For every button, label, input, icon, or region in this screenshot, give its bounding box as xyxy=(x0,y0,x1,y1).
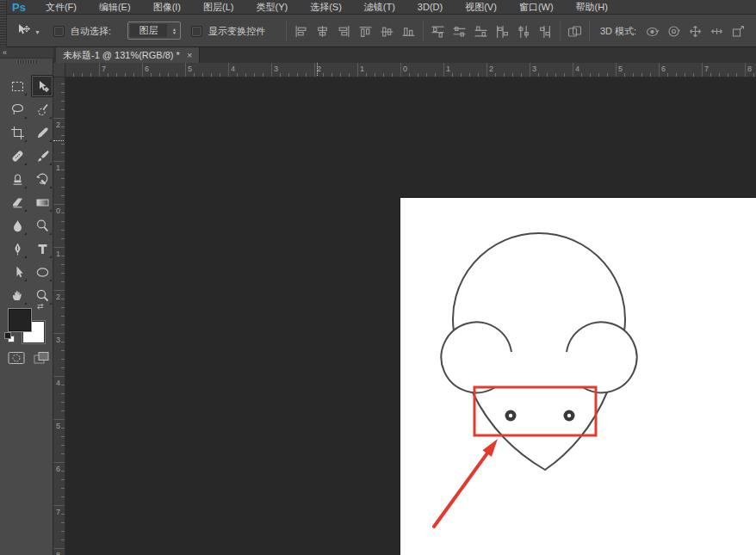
ruler-tick xyxy=(61,436,65,437)
menu-item-2[interactable]: 图像(I) xyxy=(142,0,192,15)
ruler-tick xyxy=(61,144,65,145)
eyedropper-tool[interactable] xyxy=(31,121,53,144)
distribute-vertical-centers-icon[interactable] xyxy=(452,25,467,38)
ruler-major-tick xyxy=(745,63,746,77)
show-transform-label: 显示变换控件 xyxy=(208,25,265,38)
dodge-tool[interactable] xyxy=(31,214,53,237)
default-colors-icon[interactable] xyxy=(4,332,15,342)
3d-drag-icon[interactable] xyxy=(688,25,703,38)
clone-stamp-tool[interactable] xyxy=(6,168,28,190)
eraser-tool[interactable] xyxy=(6,191,28,213)
3d-rotate-icon[interactable] xyxy=(645,25,660,38)
tool-preset-button[interactable]: ▼ xyxy=(14,22,40,41)
brush-tool[interactable] xyxy=(31,145,53,167)
hand-tool[interactable] xyxy=(6,284,28,306)
distribute-top-edges-icon[interactable] xyxy=(431,25,445,38)
show-transform-checkbox[interactable] xyxy=(191,26,202,37)
menu-item-9[interactable]: 窗口(W) xyxy=(508,0,565,15)
menu-item-5[interactable]: 选择(S) xyxy=(299,0,353,15)
align-bottom-edges-icon[interactable] xyxy=(401,25,416,38)
ruler-tick xyxy=(61,385,65,385)
ruler-tick xyxy=(521,73,522,77)
ruler-major-tick xyxy=(53,505,65,506)
ruler-tick xyxy=(61,256,65,256)
ruler-major-tick xyxy=(53,247,65,248)
distribute-left-edges-icon[interactable] xyxy=(495,25,510,38)
ruler-major-tick xyxy=(53,204,65,205)
menu-item-7[interactable]: 3D(D) xyxy=(406,0,454,15)
menu-item-3[interactable]: 图层(L) xyxy=(192,0,245,15)
3d-scale-icon[interactable] xyxy=(731,25,746,38)
spot-healing-brush-tool[interactable] xyxy=(6,145,28,167)
canvas-viewport[interactable] xyxy=(65,77,756,555)
ruler-tick xyxy=(61,213,65,213)
layer-target-dropdown[interactable]: 图层 ▲▼ xyxy=(127,22,181,40)
tools-panel-grip[interactable] xyxy=(16,60,37,64)
document-tab-title: 未标题-1 @ 131%(RGB/8) * xyxy=(63,49,180,62)
ruler-tick xyxy=(564,73,565,77)
menu-item-0[interactable]: 文件(F) xyxy=(34,0,88,15)
ellipse-tool[interactable] xyxy=(31,261,53,283)
document-tab[interactable]: 未标题-1 @ 131%(RGB/8) * × xyxy=(56,47,200,63)
ruler-tick xyxy=(61,453,65,454)
menu-item-4[interactable]: 类型(Y) xyxy=(245,0,299,15)
horizontal-ruler[interactable]: 7654321012345678 xyxy=(65,63,756,77)
ruler-label: 2 xyxy=(56,293,60,301)
rectangular-marquee-tool[interactable] xyxy=(6,75,28,97)
ruler-tick xyxy=(375,73,375,77)
ruler-label: 2 xyxy=(317,65,321,73)
3d-roll-icon[interactable] xyxy=(666,25,681,38)
ruler-tick xyxy=(61,359,65,360)
blur-tool[interactable] xyxy=(6,214,28,237)
ruler-major-tick xyxy=(99,63,100,77)
menu-item-10[interactable]: 帮助(H) xyxy=(565,0,619,15)
ruler-tick xyxy=(263,73,263,77)
ruler-tick xyxy=(452,73,453,77)
auto-select-checkbox[interactable] xyxy=(53,26,65,37)
spinner-arrows-icon[interactable]: ▲▼ xyxy=(169,28,180,34)
close-tab-icon[interactable]: × xyxy=(187,51,192,60)
ruler-tick xyxy=(435,73,436,77)
ruler-label: 7 xyxy=(704,65,709,73)
panel-grip[interactable] xyxy=(0,0,7,14)
collapse-panel-button[interactable]: « xyxy=(0,47,53,59)
crop-tool[interactable] xyxy=(6,121,28,144)
align-left-edges-icon[interactable] xyxy=(294,25,308,38)
vertical-ruler[interactable]: 21012345678 xyxy=(53,77,65,555)
ruler-label: 0 xyxy=(403,65,407,73)
type-tool[interactable] xyxy=(31,237,53,260)
menu-item-8[interactable]: 视图(V) xyxy=(454,0,508,15)
history-brush-tool[interactable] xyxy=(31,168,53,190)
ruler-corner[interactable] xyxy=(53,63,65,77)
menu-item-1[interactable]: 编辑(E) xyxy=(88,0,142,15)
move-tool[interactable] xyxy=(31,75,53,97)
screen-mode-button[interactable] xyxy=(31,350,52,366)
tools-panel: « ⇄ xyxy=(0,47,53,555)
panel-grip[interactable] xyxy=(0,15,7,47)
auto-align-layers-icon[interactable] xyxy=(567,25,582,38)
face-sketch-drawing xyxy=(400,198,756,555)
document-canvas[interactable] xyxy=(400,198,756,555)
distribute-bottom-edges-icon[interactable] xyxy=(474,25,488,38)
distribute-right-edges-icon[interactable] xyxy=(538,25,553,38)
distribute-horizontal-centers-icon[interactable] xyxy=(517,25,531,38)
swap-colors-icon[interactable]: ⇄ xyxy=(37,302,44,311)
3d-slide-icon[interactable] xyxy=(710,25,724,38)
lasso-tool[interactable] xyxy=(6,98,28,120)
align-top-edges-icon[interactable] xyxy=(358,25,373,38)
foreground-color-swatch[interactable] xyxy=(8,308,32,332)
ruler-tick xyxy=(590,73,591,77)
menu-item-6[interactable]: 滤镜(T) xyxy=(353,0,406,15)
pen-tool[interactable] xyxy=(6,237,28,260)
path-selection-tool[interactable] xyxy=(6,261,28,283)
quick-selection-tool[interactable] xyxy=(31,98,53,120)
ruler-tick xyxy=(61,83,65,84)
align-vertical-centers-icon[interactable] xyxy=(380,25,394,38)
ruler-label: 1 xyxy=(56,250,60,258)
gradient-tool[interactable] xyxy=(31,191,53,213)
quick-mask-mode-button[interactable] xyxy=(7,350,26,366)
ruler-tick xyxy=(168,73,169,77)
align-right-edges-icon[interactable] xyxy=(337,25,351,38)
align-horizontal-centers-icon[interactable] xyxy=(315,25,330,38)
ruler-tick xyxy=(728,73,728,77)
